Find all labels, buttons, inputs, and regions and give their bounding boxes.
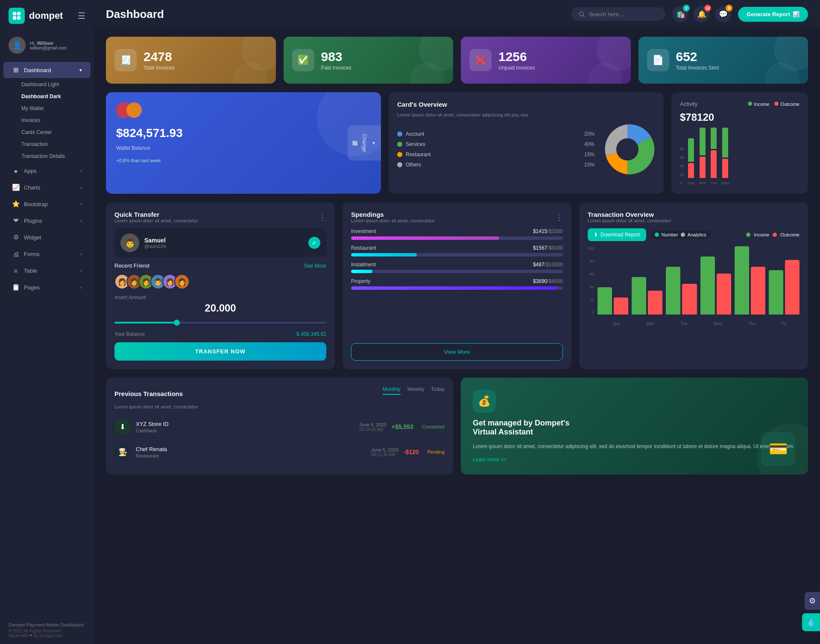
investment-val: $1415/$2000 xyxy=(533,228,563,234)
sidebar-item-forms[interactable]: 🖨 Forms › xyxy=(3,246,91,262)
sidebar-item-plugins[interactable]: ❤ Plugins › xyxy=(3,213,91,229)
amount-slider[interactable] xyxy=(114,322,326,323)
drop-fab[interactable]: 💧 xyxy=(802,613,820,631)
settings-fab[interactable]: ⚙ xyxy=(805,592,820,610)
stat-card-total-invoices: 🧾 2478 Total Invoices xyxy=(106,37,276,84)
tab-today[interactable]: Today xyxy=(431,386,445,395)
installment-bar-fill xyxy=(351,270,372,273)
bar-income-mon xyxy=(700,128,706,155)
svg-point-6 xyxy=(616,138,638,160)
outcome-label: Outcome xyxy=(780,102,800,107)
view-more-button[interactable]: View More xyxy=(351,343,563,361)
spendings-more-icon[interactable]: ⋮ xyxy=(555,213,563,222)
number-toggle[interactable]: Number Analytics xyxy=(650,230,711,239)
income-label: Income xyxy=(754,102,769,107)
to-bars xyxy=(597,246,800,315)
table-row: ⬇ XYZ Store ID Cashback June 4, 2020 05:… xyxy=(114,414,445,440)
sidebar-item-pages[interactable]: 📋 Pages › xyxy=(3,279,91,295)
apps-icon: ● xyxy=(12,167,20,175)
spending-item-investment: Investment $1415/$2000 xyxy=(351,228,563,240)
change-button[interactable]: 🔄 Change ▾ xyxy=(348,125,381,160)
to-income-thu xyxy=(735,246,749,315)
avatar: 👤 xyxy=(9,37,26,54)
cards-overview-title: Card's Overview xyxy=(397,101,655,108)
tab-monthly[interactable]: Monthly xyxy=(383,386,401,395)
pt-title: Previous Transactions xyxy=(114,390,183,397)
sent-invoices-label: Total Invoices Sent xyxy=(676,65,719,71)
to-income-fri xyxy=(769,270,783,315)
download-report-button[interactable]: ⬇ Download Report xyxy=(588,228,646,241)
bar-income-sun xyxy=(688,138,694,162)
analytics-dot xyxy=(681,233,685,237)
user-name-text: William xyxy=(37,41,53,46)
number-label: Number xyxy=(662,232,678,237)
sidebar-footer: Dompet Payment Admin Dashboard © 2021 Al… xyxy=(0,616,94,644)
to-outcome-fri xyxy=(785,260,800,315)
page-title: Dashboard xyxy=(106,8,164,21)
sidebar-item-charts-label: Charts xyxy=(24,184,40,191)
legend-label-others: Others xyxy=(406,162,581,168)
sidebar-item-bootstrap[interactable]: ⭐ Bootstrap › xyxy=(3,196,91,212)
paid-icon: ✅ xyxy=(292,49,314,71)
svg-rect-0 xyxy=(13,12,16,15)
tab-weekly[interactable]: Weekly xyxy=(407,386,424,395)
to-outcome-thu xyxy=(751,267,765,315)
bar-label-wed: Wed xyxy=(721,181,729,185)
transfer-user[interactable]: 👨 Samuel @sum224 ✓ xyxy=(114,228,326,257)
hamburger-icon[interactable]: ☰ xyxy=(78,11,85,21)
generate-report-label: Generate Report xyxy=(747,11,790,17)
bar-outcome-mon xyxy=(700,157,706,178)
bar-outcome-wed xyxy=(722,159,728,178)
sidebar: dompet ☰ 👤 Hi, William william@gmail.com… xyxy=(0,0,94,644)
unpaid-invoices-label: Unpaid Invoices xyxy=(498,65,535,71)
legend-label-restaurant: Restaurant xyxy=(406,152,581,157)
forms-icon: 🖨 xyxy=(12,250,20,258)
sub-item-dashboard-light[interactable]: Dashboard Light xyxy=(0,79,94,90)
outcome-dot xyxy=(774,102,779,106)
sidebar-item-dashboard[interactable]: ⊞ Dashboard ▾ xyxy=(3,62,91,78)
transfer-now-button[interactable]: TRANSFER NOW xyxy=(114,342,326,361)
sub-item-dashboard-dark[interactable]: Dashboard Dark xyxy=(0,90,94,102)
see-more-link[interactable]: See More xyxy=(304,263,326,269)
sent-invoices-number: 652 xyxy=(676,50,719,64)
to-bar-mon xyxy=(632,277,662,315)
search-input[interactable] xyxy=(589,11,648,17)
sidebar-item-charts[interactable]: 📈 Charts › xyxy=(3,179,91,195)
last-row: Previous Transactions Monthly Weekly Tod… xyxy=(106,378,808,475)
sidebar-item-table[interactable]: ≡ Table › xyxy=(3,262,91,279)
va-learn-more-link[interactable]: Learn more >> xyxy=(473,457,796,463)
to-bar-fri xyxy=(769,260,800,315)
number-dot xyxy=(655,233,659,237)
sub-item-transaction[interactable]: Transaction xyxy=(0,138,94,150)
sub-item-transaction-details[interactable]: Transaction Details xyxy=(0,150,94,162)
sub-item-my-wallet[interactable]: My Wallet xyxy=(0,102,94,114)
pt-name-1: XYZ Store ID xyxy=(136,421,354,427)
spendings-title: Spendings xyxy=(351,211,435,218)
insert-amount: Insert Amount 20.000 xyxy=(114,294,326,314)
sub-item-invoices[interactable]: Invoices xyxy=(0,114,94,126)
table-row: 👨‍🍳 Chef Renata Restaurant June 5, 2020 … xyxy=(114,440,445,465)
more-options-icon[interactable]: ⋮ xyxy=(319,213,326,222)
investment-bar-bg xyxy=(351,236,563,240)
sidebar-item-apps[interactable]: ● Apps › xyxy=(3,163,91,179)
svg-rect-2 xyxy=(13,16,16,20)
virtual-assistant-card: 💰 Get managed by Dompet's Virtual Assist… xyxy=(461,378,808,475)
friend-6[interactable]: 👩 xyxy=(174,274,190,289)
sidebar-item-widget[interactable]: ⚙ Widget xyxy=(3,229,91,245)
chevron-right-icon-3: › xyxy=(80,201,82,207)
search-box[interactable] xyxy=(571,7,665,21)
bag-icon-btn[interactable]: 🛍️ 2 xyxy=(672,6,688,22)
sub-item-cards-center[interactable]: Cards Center xyxy=(0,126,94,138)
property-bar-bg xyxy=(351,286,563,290)
to-income-tue xyxy=(666,267,680,315)
bell-icon-btn[interactable]: 🔔 12 xyxy=(694,6,710,22)
middle-row: $824,571.93 Wallet Balance +0,8% than la… xyxy=(106,92,808,194)
header-icons: 🛍️ 2 🔔 12 💬 8 xyxy=(672,6,731,22)
bottom-row: Quick Transfer Lorem ipsum dolor sit ame… xyxy=(106,202,808,369)
activity-title: Activity xyxy=(680,101,697,107)
legend-pct-restaurant: 15% xyxy=(584,152,594,157)
pt-name-2: Chef Renata xyxy=(136,446,366,452)
msg-icon-btn[interactable]: 💬 8 xyxy=(715,6,731,22)
sidebar-item-widget-label: Widget xyxy=(24,234,41,241)
generate-report-button[interactable]: Generate Report 📊 xyxy=(738,7,808,22)
